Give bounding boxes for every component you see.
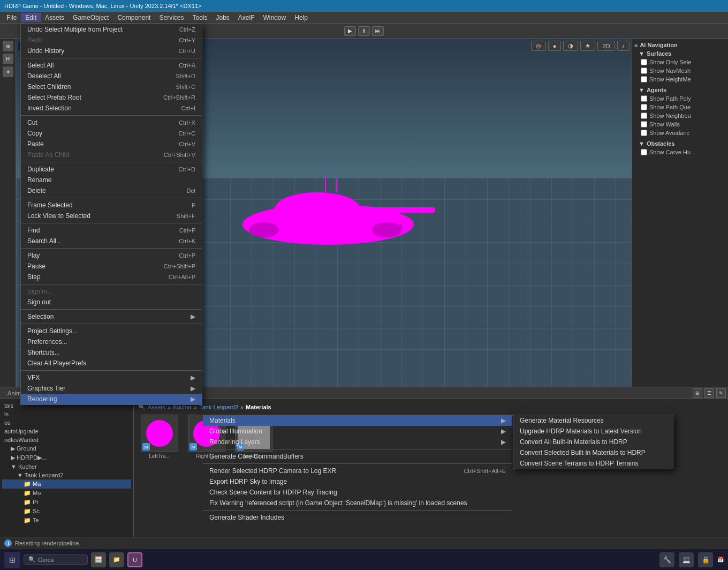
tree-item-hdrpda[interactable]: ▶ HDRPD▶...: [2, 453, 131, 462]
menu-duplicate[interactable]: Duplicate Ctrl+D: [21, 164, 202, 175]
show-navmesh-checkbox[interactable]: [641, 68, 647, 74]
menu-rendering[interactable]: Rendering ▶: [21, 394, 202, 404]
step-button[interactable]: ⏭: [372, 26, 384, 36]
persp-btn[interactable]: ◎: [531, 41, 546, 51]
show-only-sele-checkbox[interactable]: [641, 59, 647, 65]
bottom-icon-2[interactable]: ☰: [704, 388, 714, 398]
submenu-gen-cmdbuf[interactable]: Generate Core CommandBuffers: [203, 451, 512, 462]
menu-sign-out[interactable]: Sign out: [21, 297, 202, 308]
menu-preferences[interactable]: Preferences...: [21, 336, 202, 347]
mat-gen-resources[interactable]: Generate Material Resources: [513, 415, 673, 426]
tree-item-kucher[interactable]: ▼ Kucher: [2, 462, 131, 471]
hdr-btn[interactable]: ★: [580, 41, 595, 51]
menu-paste[interactable]: Paste Ctrl+V: [21, 139, 202, 149]
mat-convert-all[interactable]: Convert All Built-in Materials to HDRP: [513, 437, 673, 447]
menu-component[interactable]: Component: [113, 13, 155, 22]
mat-convert-terrains[interactable]: Convert Scene Terrains to HDRP Terrains: [513, 458, 673, 469]
menu-invert-selection[interactable]: Invert Selection Ctrl+I: [21, 103, 202, 114]
menu-delete[interactable]: Delete Del: [21, 185, 202, 196]
mat-upgrade-hdrp[interactable]: Upgrade HDRP Materials to Latest Version: [513, 426, 673, 437]
submenu-gen-shader[interactable]: Generate Shader Includes: [203, 512, 512, 523]
show-avoidance-checkbox[interactable]: [641, 130, 647, 136]
menu-select-prefab[interactable]: Select Prefab Root Ctrl+Shift+R: [21, 92, 202, 103]
menu-undo[interactable]: Undo Select Multiple from Project Ctrl+Z: [21, 24, 202, 35]
play-button[interactable]: ▶: [344, 26, 356, 36]
menu-select-children[interactable]: Select Children Shift+C: [21, 81, 202, 92]
tree-item-pr[interactable]: 📁 Pr: [2, 498, 131, 507]
fx-btn[interactable]: ◑: [563, 41, 578, 51]
menu-deselect-all[interactable]: Deselect All Shift+D: [21, 71, 202, 81]
tree-item-ls[interactable]: ls: [2, 410, 131, 418]
show-heightme-checkbox[interactable]: [641, 76, 647, 82]
start-button[interactable]: ⊞: [4, 552, 20, 568]
menu-clear-prefs[interactable]: Clear All PlayerPrefs: [21, 358, 202, 369]
menu-search-all[interactable]: Search All... Ctrl+K: [21, 236, 202, 246]
lighting-btn[interactable]: ●: [548, 41, 562, 51]
show-path-que-checkbox[interactable]: [641, 104, 647, 110]
menu-shortcuts[interactable]: Shortcuts...: [21, 347, 202, 358]
menu-assets[interactable]: Assets: [41, 13, 69, 22]
tree-item-tank[interactable]: ▼ Tank Leopard2: [2, 471, 131, 479]
menu-lock-view[interactable]: Lock View to Selected Shift+F: [21, 211, 202, 221]
bc-tank[interactable]: Tank Leopard2: [199, 404, 238, 410]
tree-item-os[interactable]: os: [2, 418, 131, 427]
menu-tools[interactable]: Tools: [188, 13, 211, 22]
taskbar-icon-2[interactable]: 📁: [109, 552, 124, 567]
menu-file[interactable]: File: [2, 13, 21, 22]
sidebar-tool-2[interactable]: H: [3, 54, 13, 64]
show-neighbou-checkbox[interactable]: [641, 112, 647, 119]
2d-btn[interactable]: 2D: [597, 41, 615, 51]
menu-services[interactable]: Services: [155, 13, 188, 22]
mat-convert-selected[interactable]: Convert Selected Built-in Materials to H…: [513, 447, 673, 458]
menu-edit[interactable]: Edit: [21, 13, 41, 22]
bottom-icon-1[interactable]: ⊞: [693, 388, 702, 398]
tree-item-ndleswanted[interactable]: ndlesWanted: [2, 436, 131, 444]
agents-header[interactable]: ▼ Agents: [634, 86, 726, 94]
sidebar-tool-3[interactable]: ✦: [3, 66, 13, 77]
menu-copy[interactable]: Copy Ctrl+C: [21, 128, 202, 139]
taskbar-search[interactable]: 🔍 Cerca: [24, 554, 88, 565]
submenu-global-illum[interactable]: Global Illumination ▶: [203, 426, 512, 437]
submenu-check-scene[interactable]: Check Scene Content for HDRP Ray Tracing: [203, 487, 512, 498]
taskbar-sys-1[interactable]: 🔧: [659, 552, 674, 567]
menu-undo-history[interactable]: Undo History Ctrl+U: [21, 46, 202, 56]
show-walls-checkbox[interactable]: [641, 121, 647, 128]
audio-btn[interactable]: ♪: [617, 41, 630, 51]
menu-axelf[interactable]: AxelF: [234, 13, 259, 22]
menu-selection[interactable]: Selection ▶: [21, 311, 202, 322]
menu-vfx[interactable]: VFX ▶: [21, 372, 202, 383]
bc-materials[interactable]: Materials: [246, 404, 271, 410]
menu-rename[interactable]: Rename: [21, 175, 202, 185]
show-carve-checkbox[interactable]: [641, 149, 647, 155]
tree-item-ground[interactable]: ▶ Ground: [2, 444, 131, 453]
menu-pause[interactable]: Pause Ctrl+Shift+P: [21, 261, 202, 272]
tree-item-te[interactable]: 📁 Te: [2, 516, 131, 525]
obstacles-header[interactable]: ▼ Obstacles: [634, 139, 726, 148]
taskbar-sys-2[interactable]: 💻: [679, 552, 694, 567]
asset-lefttracks[interactable]: M LeftTra...: [138, 415, 181, 459]
tree-item-mo[interactable]: 📁 Mo: [2, 489, 131, 498]
submenu-rendering-layers[interactable]: Rendering Layers ▶: [203, 437, 512, 447]
tree-item-sc[interactable]: 📁 Sc: [2, 507, 131, 516]
menu-graphics-tier[interactable]: Graphics Tier ▶: [21, 383, 202, 394]
taskbar-unity-icon[interactable]: U: [127, 552, 142, 567]
tree-item-autoupgrade[interactable]: autoUpgrade: [2, 427, 131, 436]
submenu-materials[interactable]: Materials ▶: [203, 415, 512, 426]
sidebar-tool-1[interactable]: ⊕: [3, 41, 13, 51]
pause-button[interactable]: ⏸: [358, 26, 370, 36]
submenu-render-camera[interactable]: Render Selected HDRP Camera to Log EXR C…: [203, 466, 512, 476]
menu-find[interactable]: Find Ctrl+F: [21, 225, 202, 236]
menu-help[interactable]: Help: [290, 13, 312, 22]
menu-select-all[interactable]: Select All Ctrl+A: [21, 60, 202, 71]
menu-window[interactable]: Window: [259, 13, 291, 22]
submenu-export-sky[interactable]: Export HDRP Sky to Image: [203, 476, 512, 487]
menu-project-settings[interactable]: Project Settings...: [21, 326, 202, 336]
taskbar-sys-3[interactable]: 🔒: [698, 552, 713, 567]
menu-jobs[interactable]: Jobs: [211, 13, 233, 22]
menu-play[interactable]: Play Ctrl+P: [21, 250, 202, 261]
surfaces-header[interactable]: ▼ Surfaces: [634, 49, 726, 58]
menu-cut[interactable]: Cut Ctrl+X: [21, 117, 202, 128]
submenu-fix-warning[interactable]: Fix Warning 'referenced script (in Game …: [203, 498, 512, 508]
taskbar-icon-1[interactable]: 🪟: [91, 552, 106, 567]
show-path-poly-checkbox[interactable]: [641, 95, 647, 102]
